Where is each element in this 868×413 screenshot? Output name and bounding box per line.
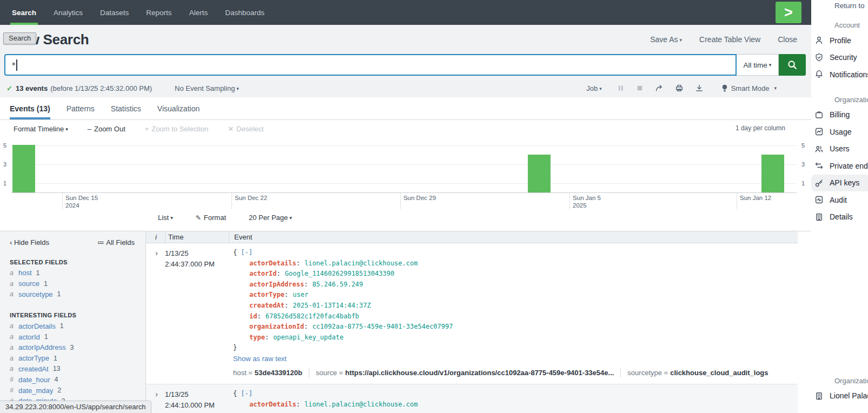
json-field[interactable]: type:openapi_key_update <box>233 332 798 343</box>
return-link[interactable]: Return to <box>834 2 868 10</box>
pause-button[interactable] <box>617 84 625 92</box>
panel-item-billing[interactable]: Billing <box>811 106 868 124</box>
zoom-out-button[interactable]: –Zoom Out <box>88 125 125 133</box>
field-actorType[interactable]: aactorType1 <box>10 353 145 364</box>
panel-item-notifications[interactable]: Notifications <box>811 66 868 83</box>
save-as-button[interactable]: Save As▾ <box>650 35 682 44</box>
zoom-to-selection-button[interactable]: +Zoom to Selection <box>145 125 208 133</box>
field-actorDetails[interactable]: aactorDetails1 <box>10 321 145 331</box>
smart-mode-dropdown[interactable]: Smart Mode▾ <box>721 84 777 92</box>
building-icon <box>814 391 824 401</box>
users-icon <box>814 144 824 154</box>
cloud-settings-panel: Return to Account Profile Security Notif… <box>811 0 868 413</box>
format-timeline-dropdown[interactable]: Format Timeline▾ <box>14 125 68 133</box>
timeline-bar[interactable] <box>761 155 784 192</box>
timeline-scale-note: 1 day per column <box>736 124 785 132</box>
event-row: › 1/13/25 2:44:37.000 PM {[-] actorDetai… <box>146 243 798 384</box>
search-button[interactable] <box>779 54 806 76</box>
deselect-button[interactable]: ✕Deselect <box>228 125 263 133</box>
create-table-view-button[interactable]: Create Table View <box>699 35 760 44</box>
magnifier-icon <box>787 59 798 70</box>
event-sampling-dropdown[interactable]: No Event Sampling▾ <box>175 84 239 92</box>
meta-sourcetype[interactable]: sourcetype =clickhouse_cloud_audit_logs <box>627 369 768 377</box>
format-button[interactable]: ✎Format <box>196 214 226 222</box>
panel-item-api-keys[interactable]: API keys <box>811 175 868 192</box>
usage-chart-icon <box>814 127 824 136</box>
meta-host[interactable]: host =53de4339120b <box>233 369 302 377</box>
field-date-hour[interactable]: #date_hour4 <box>10 374 145 385</box>
show-raw-text-link[interactable]: Show as raw text <box>233 354 798 364</box>
panel-item-users[interactable]: Users <box>811 141 868 158</box>
meta-source[interactable]: source =https://api.clickhouse.cloud/v1/… <box>316 369 614 377</box>
tab-patterns[interactable]: Patterns <box>67 97 95 119</box>
time-range-picker[interactable]: All time▾ <box>737 54 779 76</box>
results-toolbar: List▾ ✎Format 20 Per Page▾ <box>0 204 811 231</box>
list-view-dropdown[interactable]: List▾ <box>158 214 173 222</box>
per-page-dropdown[interactable]: 20 Per Page▾ <box>249 214 292 222</box>
account-section-title: Account <box>834 21 868 29</box>
field-host[interactable]: ahost1 <box>10 268 145 278</box>
field-sourcetype[interactable]: asourcetype1 <box>10 289 145 300</box>
json-field[interactable]: actorIpAddress:85.246.59.249 <box>233 279 798 290</box>
json-field[interactable]: actorId:Google_114602629918513043390 <box>233 269 798 279</box>
json-field[interactable]: actorDetails:lionel.palacin@clickhouse.c… <box>233 258 798 269</box>
panel-item-audit[interactable]: Audit <box>811 191 868 209</box>
nav-item-dashboards[interactable]: Dashboards <box>216 0 273 25</box>
splunk-window: Search Analytics Datasets Reports Alerts… <box>0 0 811 413</box>
splunk-logo[interactable]: > <box>776 2 801 23</box>
expand-chevron-icon[interactable]: › <box>155 389 158 398</box>
arrows-swap-icon <box>814 161 824 170</box>
fields-sidebar: ‹ Hide Fields ≔ All Fields SELECTED FIEL… <box>0 231 146 413</box>
panel-item-security[interactable]: Security <box>811 49 868 66</box>
person-icon <box>814 36 824 45</box>
chevron-left-icon: ‹ <box>10 238 14 247</box>
field-actorId[interactable]: aactorId1 <box>10 331 145 342</box>
stop-button[interactable] <box>636 84 644 92</box>
panel-item-details[interactable]: Details <box>811 209 868 226</box>
nav-item-datasets[interactable]: Datasets <box>91 0 137 25</box>
print-icon[interactable] <box>675 84 684 92</box>
json-field[interactable]: createdAt:2025-01-13T14:44:37Z <box>233 301 798 311</box>
share-icon[interactable] <box>655 84 664 92</box>
lightbulb-icon <box>721 84 728 92</box>
tab-visualization[interactable]: Visualization <box>157 97 200 119</box>
audit-pulse-icon <box>814 195 824 204</box>
json-collapse-link[interactable]: [-] <box>241 249 253 256</box>
json-field[interactable]: actorDetails:lionel.palacin@clickhouse.c… <box>233 399 798 410</box>
panel-item-profile[interactable]: Profile <box>811 32 868 49</box>
timeline-bar[interactable] <box>12 145 35 192</box>
events-table-header: i Time Event <box>146 231 798 243</box>
json-collapse-link[interactable]: [-] <box>241 390 253 397</box>
results-tabs: Events (13) Patterns Statistics Visualiz… <box>0 97 811 120</box>
hide-fields-link[interactable]: ‹ Hide Fields <box>10 238 49 247</box>
nav-item-search[interactable]: Search <box>3 0 45 25</box>
timeline-bar[interactable] <box>528 155 551 192</box>
panel-item-private-endpoints[interactable]: Private endpoints <box>811 157 868 175</box>
search-input[interactable]: * <box>4 54 737 76</box>
tab-events[interactable]: Events (13) <box>10 97 50 119</box>
all-fields-link[interactable]: ≔ All Fields <box>97 238 135 247</box>
download-icon[interactable] <box>695 84 704 92</box>
job-dropdown[interactable]: Job▾ <box>586 84 602 92</box>
x-icon: ✕ <box>228 125 234 133</box>
json-field[interactable]: id:678526d582c1f20fac4babfb <box>233 311 798 322</box>
selected-fields-title: SELECTED FIELDS <box>10 259 145 265</box>
tab-statistics[interactable]: Statistics <box>111 97 141 119</box>
interesting-fields-title: INTERESTING FIELDS <box>10 312 145 318</box>
panel-item-usage[interactable]: Usage <box>811 123 868 141</box>
panel-item-organization-lionel[interactable]: Lionel Palacin <box>811 388 868 405</box>
json-field[interactable]: actorType:user <box>233 290 798 301</box>
nav-item-alerts[interactable]: Alerts <box>181 0 217 25</box>
bell-icon <box>814 70 824 79</box>
caret-down-icon: ▾ <box>65 126 68 132</box>
close-button[interactable]: Close <box>778 35 797 44</box>
timeline-plot[interactable] <box>11 138 797 193</box>
nav-item-reports[interactable]: Reports <box>137 0 180 25</box>
field-createdAt[interactable]: acreatedAt13 <box>10 364 145 375</box>
expand-chevron-icon[interactable]: › <box>155 248 158 257</box>
json-field[interactable]: organizationId:cc1092aa-8775-459e-9401-3… <box>233 322 798 332</box>
nav-item-analytics[interactable]: Analytics <box>45 0 91 25</box>
field-date-mday[interactable]: #date_mday2 <box>10 385 145 396</box>
field-source[interactable]: asource1 <box>10 278 145 289</box>
field-actorIpAddress[interactable]: aactorIpAddress3 <box>10 342 145 353</box>
